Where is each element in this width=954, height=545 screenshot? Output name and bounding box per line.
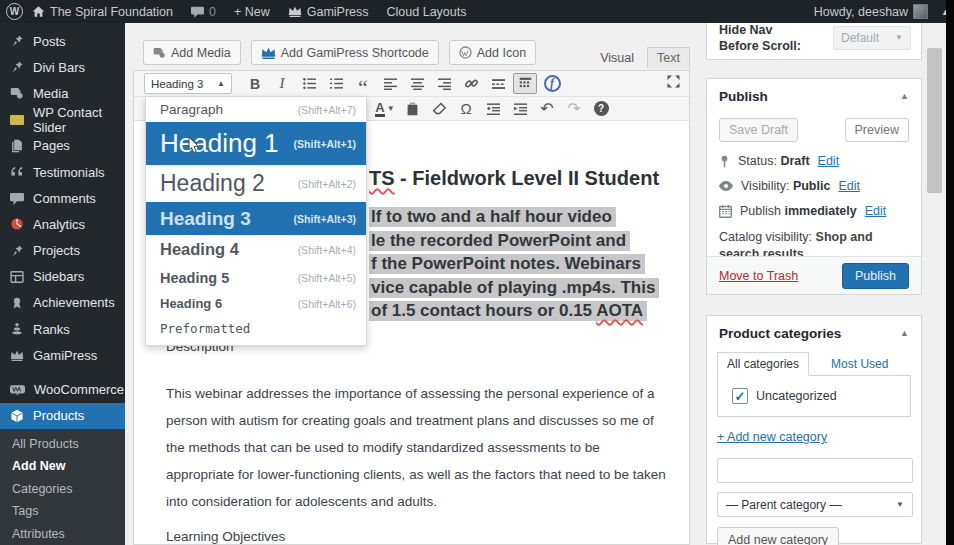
redo-button[interactable]: ↷: [562, 98, 586, 119]
admin-bar-gamipress[interactable]: GamiPress: [279, 0, 378, 23]
facebook-embed-button[interactable]: f: [540, 73, 564, 94]
numbered-list-button[interactable]: [324, 73, 348, 94]
grid-icon: [10, 270, 24, 284]
media-icon: [10, 86, 24, 100]
edit-schedule-link[interactable]: Edit: [865, 204, 887, 218]
selected-text-block[interactable]: lf to two and a half hour video le the r…: [369, 205, 659, 323]
sidebar-item-divi-bars[interactable]: Divi Bars: [0, 54, 125, 80]
mouse-cursor: [188, 136, 201, 154]
menu-item-heading5[interactable]: Heading 5 (Shift+Alt+5): [146, 264, 366, 291]
blockquote-button[interactable]: “: [351, 73, 375, 94]
save-draft-button[interactable]: Save Draft: [719, 118, 798, 142]
bullet-list-button[interactable]: [297, 73, 321, 94]
sidebar-item-projects[interactable]: Projects: [0, 238, 125, 264]
clear-formatting-button[interactable]: [427, 98, 451, 119]
pushpin-icon: [10, 60, 24, 74]
publish-button[interactable]: Publish: [842, 263, 909, 289]
admin-bar: W The Spiral Foundation 0 + New GamiPres…: [0, 0, 954, 23]
menu-item-heading6[interactable]: Heading 6 (Shift+Alt+6): [146, 291, 366, 316]
align-left-button[interactable]: [378, 73, 402, 94]
help-button[interactable]: ?: [589, 98, 613, 119]
submenu-categories[interactable]: Categories: [0, 478, 125, 500]
category-term-label: Uncategorized: [756, 389, 837, 403]
hide-nav-select[interactable]: Default ▼: [833, 26, 911, 50]
admin-bar-account[interactable]: Howdy, deeshaw: [805, 0, 941, 23]
sidebar-item-gamipress[interactable]: GamiPress: [0, 342, 125, 368]
submenu-add-new[interactable]: Add New: [0, 455, 125, 477]
woocommerce-icon: [10, 384, 25, 396]
add-new-category-button[interactable]: Add new category: [717, 527, 839, 545]
uncategorized-checkbox[interactable]: ✓: [732, 388, 748, 404]
admin-bar-comments[interactable]: 0: [182, 0, 225, 23]
hide-nav-label: Hide Nav Before Scroll:: [719, 22, 809, 54]
page-scrollbar[interactable]: [924, 23, 946, 545]
edit-status-link[interactable]: Edit: [818, 154, 840, 168]
sidebar-item-achievements[interactable]: Achievements: [0, 290, 125, 316]
special-character-button[interactable]: Ω: [454, 98, 478, 119]
products-submenu: All Products Add New Categories Tags Att…: [0, 429, 125, 545]
wordpress-logo-icon[interactable]: W: [6, 3, 23, 20]
format-select[interactable]: Heading 3 ▲: [144, 73, 232, 94]
admin-bar-cloud-layouts[interactable]: Cloud Layouts: [378, 0, 476, 23]
preview-button[interactable]: Preview: [845, 118, 909, 142]
indent-button[interactable]: [508, 98, 532, 119]
insert-link-button[interactable]: [459, 73, 483, 94]
menu-item-heading2[interactable]: Heading 2 (Shift+Alt+2): [146, 165, 366, 202]
sidebar-item-comments[interactable]: Comments: [0, 185, 125, 211]
tab-all-categories[interactable]: All categories: [717, 352, 809, 376]
add-new-category-link[interactable]: + Add new category: [717, 430, 827, 444]
new-category-name-input[interactable]: [717, 458, 913, 483]
products-cube-icon: [10, 409, 24, 423]
collapse-arrow-icon[interactable]: ▲: [900, 91, 909, 101]
menu-item-paragraph[interactable]: Paragraph (Shift+Alt+7): [146, 97, 366, 122]
publish-panel-header[interactable]: Publish ▲: [707, 79, 921, 113]
submenu-all-products[interactable]: All Products: [0, 433, 125, 455]
undo-button[interactable]: ↶: [535, 98, 559, 119]
bold-button[interactable]: B: [243, 73, 267, 94]
sidebar-item-sidebars[interactable]: Sidebars: [0, 264, 125, 290]
parent-category-select[interactable]: — Parent category — ▼: [717, 492, 913, 517]
align-right-button[interactable]: [432, 73, 456, 94]
sidebar-item-wp-contact-slider[interactable]: WP Contact Slider: [0, 107, 125, 133]
format-dropdown-menu: Paragraph (Shift+Alt+7) Heading 1 (Shift…: [145, 96, 367, 346]
align-center-button[interactable]: [405, 73, 429, 94]
tab-text[interactable]: Text: [647, 47, 690, 68]
menu-item-heading3[interactable]: Heading 3 (Shift+Alt+3): [146, 202, 366, 235]
admin-bar-site-name[interactable]: The Spiral Foundation: [23, 0, 182, 23]
scrollbar-thumb[interactable]: [927, 48, 942, 193]
text-color-button[interactable]: A ▼: [373, 98, 397, 119]
crown-icon: [10, 350, 24, 361]
edit-visibility-link[interactable]: Edit: [838, 179, 860, 193]
admin-bar-new[interactable]: + New: [225, 0, 279, 23]
document-body[interactable]: Description This webinar addresses the i…: [166, 339, 666, 545]
objectives-heading: Learning Objectives: [166, 529, 666, 544]
sidebar-item-products[interactable]: Products: [0, 403, 125, 429]
read-more-button[interactable]: [486, 73, 510, 94]
collapse-arrow-icon[interactable]: ▲: [900, 328, 909, 338]
move-to-trash-link[interactable]: Move to Trash: [719, 269, 798, 283]
sidebar-item-pages[interactable]: Pages: [0, 133, 125, 159]
italic-button[interactable]: I: [270, 73, 294, 94]
menu-item-heading4[interactable]: Heading 4 (Shift+Alt+4): [146, 235, 366, 264]
paste-as-text-button[interactable]: [400, 98, 424, 119]
sidebar-item-media[interactable]: Media: [0, 80, 125, 106]
caret-down-icon: ▼: [895, 33, 903, 42]
tab-visual[interactable]: Visual: [591, 47, 643, 68]
sidebar-item-woocommerce[interactable]: WooCommerce: [0, 376, 125, 402]
submenu-attributes[interactable]: Attributes: [0, 522, 125, 544]
sidebar-item-posts[interactable]: Posts: [0, 28, 125, 54]
comment-icon: [10, 192, 24, 205]
tab-most-used[interactable]: Most Used: [831, 357, 888, 376]
menu-item-heading1[interactable]: Heading 1 (Shift+Alt+1): [146, 122, 366, 165]
outdent-button[interactable]: [481, 98, 505, 119]
menu-item-preformatted[interactable]: Preformatted: [146, 316, 366, 341]
sidebar-item-testimonials[interactable]: Testimonials: [0, 159, 125, 185]
fullscreen-button[interactable]: [666, 74, 681, 93]
status-row: Status: Draft Edit: [719, 154, 909, 168]
product-title-text[interactable]: TS - Fieldwork Level II Student: [369, 167, 659, 190]
sidebar-item-analytics[interactable]: Analytics: [0, 211, 125, 237]
categories-panel-header[interactable]: Product categories ▲: [707, 316, 921, 350]
submenu-tags[interactable]: Tags: [0, 500, 125, 522]
sidebar-item-ranks[interactable]: Ranks: [0, 316, 125, 342]
toolbar-toggle-button[interactable]: [513, 73, 537, 94]
